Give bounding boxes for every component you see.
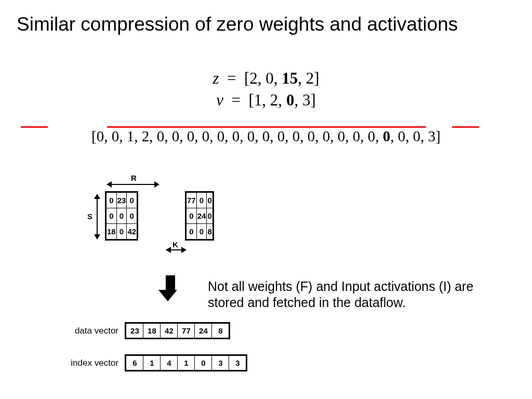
data-vector: 231842 77248 xyxy=(125,322,230,339)
slide-title: Similar compression of zero weights and … xyxy=(17,14,458,35)
eqn-v-var: v xyxy=(216,91,223,109)
index-vector-label: index vector xyxy=(61,358,118,368)
down-arrow-icon xyxy=(163,275,177,301)
matrix-left: 0230 000 18042 xyxy=(105,191,138,241)
matrix-right: 7700 0240 008 xyxy=(185,191,214,241)
eqn-z-vals: [2, 0, 15, 2] xyxy=(244,69,320,87)
index-vector-row: index vector 614 103 3 xyxy=(61,354,247,371)
arrow-R xyxy=(107,184,159,185)
arrow-S xyxy=(97,194,98,239)
label-K: K xyxy=(172,240,178,249)
eqn-v: v = [1, 2, 0, 3] xyxy=(0,89,532,111)
eqn-z-var: z xyxy=(212,69,219,87)
eqn-v-vals: [1, 2, 0, 3] xyxy=(249,91,316,109)
label-S: S xyxy=(87,212,92,221)
index-vector: 614 103 3 xyxy=(125,354,247,371)
arrow-K xyxy=(166,249,186,250)
data-vector-label: data vector xyxy=(61,326,118,336)
eqn-z: z = [2, 0, 15, 2] xyxy=(0,68,532,89)
data-vector-row: data vector 231842 77248 xyxy=(61,322,230,339)
body-text: Not all weights (F) and Input activation… xyxy=(208,278,504,311)
expanded-vector: [0, 0, 1, 2, 0, 0, 0, 0, 0, 0, 0, 0, 0, … xyxy=(0,128,532,145)
label-R: R xyxy=(131,174,137,182)
equations: z = [2, 0, 15, 2] v = [1, 2, 0, 3] xyxy=(0,68,532,111)
